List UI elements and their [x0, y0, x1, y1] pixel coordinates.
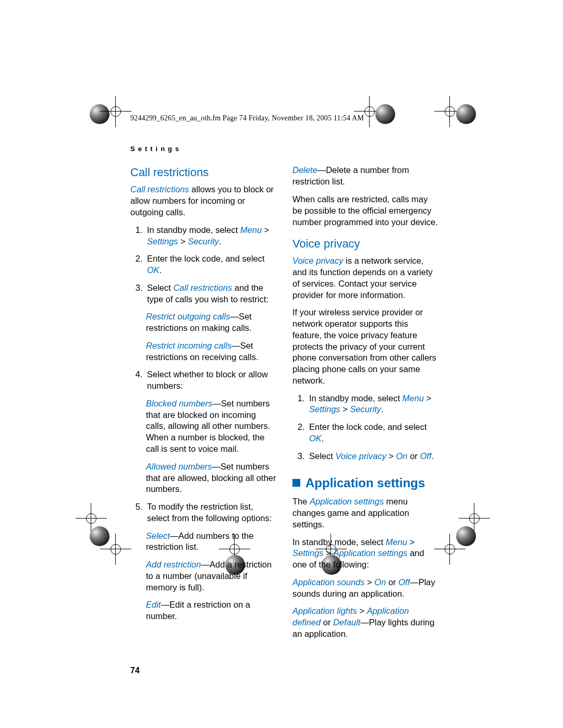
body-text: Voice privacy is a network service, and …	[292, 255, 439, 301]
body-text: Restrict incoming calls—Set restrictions…	[146, 340, 277, 363]
source-header: 9244299_6265_en_au_oth.fm Page 74 Friday…	[130, 114, 439, 124]
reg-sphere-icon	[456, 526, 476, 546]
list-item: Enter the lock code, and select OK.	[307, 422, 439, 445]
body-text: When calls are restricted, calls may be …	[292, 194, 439, 228]
reg-sphere-icon	[456, 104, 476, 124]
right-column: Delete—Delete a number from restriction …	[292, 165, 439, 646]
body-text: Blocked numbers—Set numbers that are blo…	[146, 398, 277, 455]
heading-call-restrictions: Call restrictions	[130, 165, 277, 180]
body-text: Delete—Delete a number from restriction …	[292, 165, 439, 188]
body-text: Add restriction—Add a restriction to a n…	[146, 559, 277, 593]
page-number: 74	[130, 665, 439, 676]
list-item: Select Voice privacy > On or Off.	[307, 451, 439, 462]
body-text: Select—Add numbers to the restriction li…	[146, 530, 277, 553]
chapter-label: Settings	[130, 144, 439, 154]
heading-voice-privacy: Voice privacy	[292, 236, 439, 251]
heading-application-settings: Application settings	[292, 475, 439, 491]
body-text: Edit—Edit a restriction on a number.	[146, 599, 277, 622]
reg-mark-icon	[100, 534, 131, 565]
list-item: Select Call restrictions and the type of…	[145, 282, 277, 305]
list-item: To modify the restriction list, select f…	[145, 501, 277, 524]
page-content: 9244299_6265_en_au_oth.fm Page 74 Friday…	[130, 114, 439, 676]
body-text: Application sounds > On or Off—Play soun…	[292, 577, 439, 600]
list-item: Enter the lock code, and select OK.	[145, 253, 277, 276]
body-text: Restrict outgoing calls—Set restrictions…	[146, 311, 277, 334]
list-item: In standby mode, select Menu > Settings …	[307, 393, 439, 416]
square-bullet-icon	[292, 479, 300, 487]
list-item: In standby mode, select Menu > Settings …	[145, 225, 277, 248]
body-text: Application lights > Application defined…	[292, 606, 439, 639]
body-text: Allowed numbers—Set numbers that are all…	[146, 461, 277, 495]
body-text: In standby mode, select Menu > Settings …	[292, 537, 439, 571]
body-text: If your wireless service provider or net…	[292, 307, 439, 386]
reg-mark-icon	[100, 96, 131, 127]
left-column: Call restrictions Call restrictions allo…	[130, 165, 277, 646]
list-item: Select whether to block or allow numbers…	[145, 369, 277, 392]
body-text: Call restrictions allows you to block or…	[130, 184, 277, 218]
body-text: The Application settings menu changes ga…	[292, 496, 439, 530]
